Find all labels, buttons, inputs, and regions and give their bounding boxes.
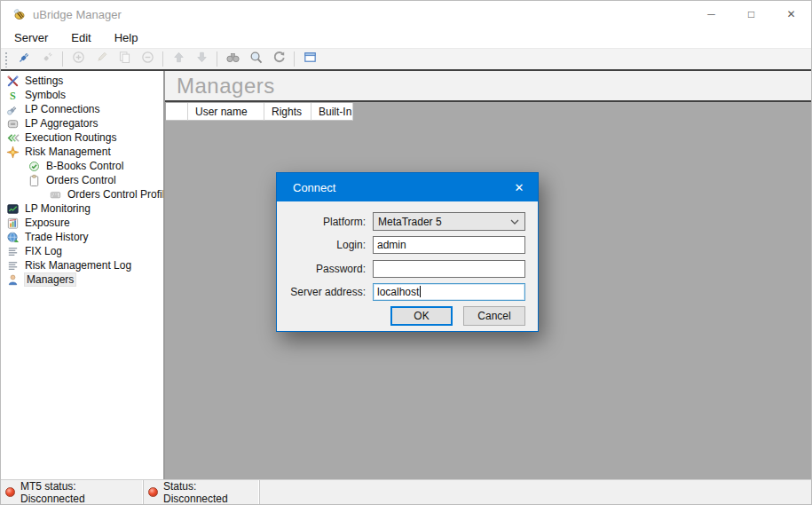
sidebar-item-label: Execution Routings bbox=[25, 131, 116, 144]
sidebar-item-lp-monitoring[interactable]: LP Monitoring bbox=[1, 201, 163, 216]
settings-icon bbox=[6, 75, 20, 88]
dialog-title: Connect bbox=[293, 181, 335, 194]
server-input[interactable]: localhost bbox=[373, 283, 525, 301]
new-window-button[interactable] bbox=[298, 50, 321, 69]
managers-icon bbox=[6, 273, 20, 287]
refresh-icon bbox=[272, 50, 287, 68]
sidebar-item-risk-management-log[interactable]: Risk Management Log bbox=[1, 258, 163, 272]
column-header-label: Built-In bbox=[319, 106, 351, 118]
edit-button bbox=[90, 50, 113, 69]
move-up-button bbox=[167, 50, 190, 69]
sidebar-item-trade-history[interactable]: Trade History bbox=[1, 230, 163, 244]
sidebar-item-label: Symbols bbox=[25, 89, 66, 101]
find-button[interactable] bbox=[221, 50, 244, 69]
dialog-row-login: Login:admin bbox=[288, 235, 525, 254]
column-header-empty[interactable] bbox=[166, 103, 188, 121]
cancel-button[interactable]: Cancel bbox=[463, 306, 525, 326]
dialog-row-platform: Platform:MetaTrader 5 bbox=[288, 212, 525, 231]
sidebar-item-b-books-control[interactable]: B-Books Control bbox=[1, 159, 163, 173]
sidebar-item-label: Settings bbox=[25, 75, 63, 87]
status-text: MT5 status: Disconnected bbox=[20, 480, 143, 505]
fix-log-icon bbox=[6, 245, 20, 258]
dialog-close-button[interactable]: ✕ bbox=[501, 173, 538, 201]
sidebar-item-label: Risk Management bbox=[25, 146, 111, 158]
ok-button[interactable]: OK bbox=[390, 306, 453, 326]
column-header-user-name[interactable]: User name bbox=[188, 103, 264, 121]
connect-button[interactable] bbox=[12, 50, 35, 69]
sidebar-item-lp-connections[interactable]: LP Connections bbox=[1, 102, 163, 116]
toolbar-grip[interactable] bbox=[4, 51, 9, 67]
toolbar bbox=[1, 48, 811, 69]
password-label: Password: bbox=[288, 263, 366, 275]
menu-help[interactable]: Help bbox=[103, 28, 150, 48]
sidebar-item-execution-routings[interactable]: Execution Routings bbox=[1, 130, 163, 145]
sidebar-item-label: Orders Control Profiles bbox=[67, 188, 165, 201]
refresh-button[interactable] bbox=[267, 50, 290, 69]
risk-management-log-icon bbox=[6, 259, 20, 272]
toolbar-separator bbox=[162, 51, 163, 67]
column-header-label: User name bbox=[195, 106, 248, 118]
menu-server[interactable]: Server bbox=[3, 28, 59, 48]
sidebar-item-lp-aggregators[interactable]: LP Aggregators bbox=[1, 116, 163, 130]
dialog-row-server: Server address:localhost bbox=[288, 282, 525, 301]
move-down-button bbox=[190, 50, 213, 69]
menu-label-edit: Edit bbox=[71, 31, 91, 44]
zoom-button[interactable] bbox=[244, 50, 267, 69]
sidebar-item-label: Exposure bbox=[25, 217, 70, 229]
sidebar-item-settings[interactable]: Settings bbox=[1, 74, 163, 88]
toolbar-separator bbox=[294, 51, 295, 67]
menu-label-server: Server bbox=[14, 31, 48, 44]
page-title: Managers bbox=[177, 74, 275, 99]
sidebar-item-fix-log[interactable]: FIX Log bbox=[1, 244, 163, 258]
sidebar-item-managers[interactable]: Managers bbox=[1, 272, 163, 287]
page-title-band: Managers bbox=[165, 71, 811, 100]
trade-history-icon bbox=[6, 231, 20, 244]
window-title: uBridge Manager bbox=[33, 8, 122, 21]
sidebar-item-orders-control-profiles[interactable]: Orders Control Profiles bbox=[1, 187, 163, 201]
dialog-row-password: Password: bbox=[288, 259, 525, 278]
window-controls: ─□✕ bbox=[691, 1, 811, 28]
status-red-icon bbox=[5, 487, 15, 497]
password-input[interactable] bbox=[373, 260, 525, 278]
menu-label-help: Help bbox=[114, 31, 138, 44]
sidebar-item-label: Risk Management Log bbox=[25, 259, 131, 272]
sidebar-item-label: LP Monitoring bbox=[25, 202, 91, 215]
dialog-titlebar[interactable]: Connect ✕ bbox=[277, 173, 538, 201]
sidebar-item-exposure[interactable]: Exposure bbox=[1, 216, 163, 230]
edit-icon bbox=[94, 50, 109, 68]
remove-icon bbox=[140, 50, 155, 68]
copy-button bbox=[113, 50, 136, 69]
sidebar-item-risk-management[interactable]: Risk Management bbox=[1, 145, 163, 159]
column-header-label: Rights bbox=[272, 106, 302, 118]
column-header-built-in[interactable]: Built-In bbox=[311, 103, 353, 121]
exposure-icon bbox=[6, 217, 20, 230]
orders-control-profiles-icon bbox=[49, 188, 62, 201]
menu-edit[interactable]: Edit bbox=[59, 28, 102, 48]
sidebar-item-label: Orders Control bbox=[46, 174, 116, 186]
execution-routings-icon bbox=[6, 131, 20, 145]
close-button[interactable]: ✕ bbox=[771, 1, 811, 28]
column-header-rights[interactable]: Rights bbox=[264, 103, 311, 121]
login-input[interactable]: admin bbox=[373, 236, 525, 254]
maximize-button[interactable]: □ bbox=[731, 1, 771, 28]
sidebar-item-symbols[interactable]: SSymbols bbox=[1, 88, 163, 102]
bee-icon bbox=[12, 7, 27, 21]
copy-icon bbox=[117, 50, 132, 68]
platform-label: Platform: bbox=[288, 216, 366, 228]
titlebar[interactable]: uBridge Manager ─□✕ bbox=[1, 1, 811, 28]
sidebar-item-label: LP Connections bbox=[25, 103, 100, 115]
zoom-icon bbox=[248, 50, 264, 68]
sidebar-item-orders-control[interactable]: Orders Control bbox=[1, 173, 163, 187]
lp-aggregators-icon bbox=[6, 117, 20, 130]
status-red-icon bbox=[148, 487, 158, 497]
toolbar-separator bbox=[62, 51, 63, 67]
sidebar-item-label: Trade History bbox=[25, 231, 89, 243]
connect-icon bbox=[17, 50, 32, 68]
platform-select[interactable]: MetaTrader 5 bbox=[373, 212, 525, 231]
status-text: Status: Disconnected bbox=[163, 480, 259, 505]
toolbar-separator bbox=[217, 51, 217, 67]
move-down-icon bbox=[194, 50, 209, 68]
disconnect-button bbox=[35, 50, 59, 69]
minimize-button[interactable]: ─ bbox=[691, 1, 731, 28]
b-books-control-icon bbox=[28, 160, 41, 173]
